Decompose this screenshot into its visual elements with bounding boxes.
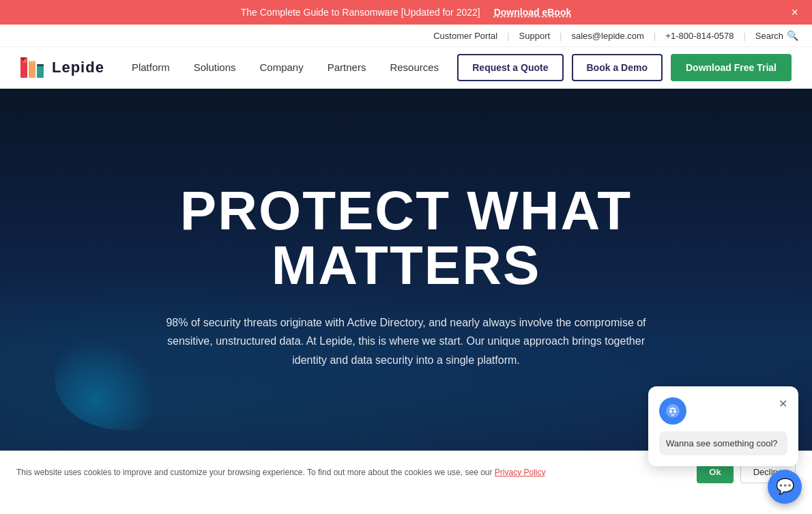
customer-portal-link[interactable]: Customer Portal xyxy=(424,31,507,41)
banner-text: The Complete Guide to Ransomware [Update… xyxy=(241,7,480,18)
nav-item-platform[interactable]: Platform xyxy=(132,61,170,74)
download-trial-button[interactable]: Download Free Trial xyxy=(671,54,792,81)
banner-close-button[interactable]: × xyxy=(791,5,798,20)
nav-link-platform[interactable]: Platform xyxy=(132,61,170,73)
search-label: Search xyxy=(755,31,783,41)
chat-bubble: Wanna see something cool? xyxy=(659,431,787,455)
cookie-text: This website uses cookies to improve and… xyxy=(16,468,546,477)
support-link[interactable]: Support xyxy=(510,31,560,41)
privacy-policy-link[interactable]: Privacy Policy xyxy=(495,468,546,477)
search-icon: 🔍 xyxy=(787,30,798,41)
svg-point-9 xyxy=(673,410,676,413)
nav-link-partners[interactable]: Partners xyxy=(328,61,366,73)
nav-left: Lepide Platform Solutions Company Partne… xyxy=(20,57,439,78)
svg-rect-5 xyxy=(29,61,35,63)
logo-icon xyxy=(20,57,48,78)
book-demo-button[interactable]: Book a Demo xyxy=(572,54,663,81)
svg-rect-6 xyxy=(37,64,44,66)
hero-subtitle: 98% of security threats originate with A… xyxy=(150,313,662,369)
chat-close-button[interactable]: ✕ xyxy=(779,397,787,410)
svg-rect-1 xyxy=(29,61,35,78)
hero-title: PROTECT WHAT MATTERS xyxy=(180,184,632,293)
nav-links: Platform Solutions Company Partners Reso… xyxy=(132,61,439,74)
chat-widget-header: ✕ xyxy=(659,397,787,425)
svg-point-8 xyxy=(669,410,672,413)
main-nav: Lepide Platform Solutions Company Partne… xyxy=(0,47,812,89)
nav-item-partners[interactable]: Partners xyxy=(328,61,366,74)
logo-link[interactable]: Lepide xyxy=(20,57,104,78)
nav-right: Request a Quote Book a Demo Download Fre… xyxy=(457,54,792,81)
logo-text: Lepide xyxy=(52,59,104,76)
nav-item-resources[interactable]: Resources xyxy=(390,61,439,74)
utility-bar: Customer Portal | Support | sales@lepide… xyxy=(0,25,812,47)
banner-cta-link[interactable]: Download eBook xyxy=(494,7,572,18)
hero-title-line1: PROTECT WHAT xyxy=(180,180,632,241)
nav-link-resources[interactable]: Resources xyxy=(390,61,439,73)
nav-item-solutions[interactable]: Solutions xyxy=(194,61,236,74)
top-banner: The Complete Guide to Ransomware [Update… xyxy=(0,0,812,25)
chat-bot-icon xyxy=(659,397,686,425)
phone-link[interactable]: +1-800-814-0578 xyxy=(656,31,743,41)
chat-message: Wanna see something cool? xyxy=(666,438,778,448)
svg-point-7 xyxy=(666,404,680,418)
nav-link-company[interactable]: Company xyxy=(259,61,303,73)
hero-title-line2: MATTERS xyxy=(272,235,541,296)
email-link[interactable]: sales@lepide.com xyxy=(562,31,653,41)
nav-link-solutions[interactable]: Solutions xyxy=(194,61,236,73)
request-quote-button[interactable]: Request a Quote xyxy=(457,54,563,81)
chat-widget: ✕ Wanna see something cool? xyxy=(648,386,798,466)
nav-item-company[interactable]: Company xyxy=(259,61,303,74)
cookie-text-content: This website uses cookies to improve and… xyxy=(16,468,492,477)
search-area[interactable]: Search 🔍 xyxy=(746,30,798,41)
